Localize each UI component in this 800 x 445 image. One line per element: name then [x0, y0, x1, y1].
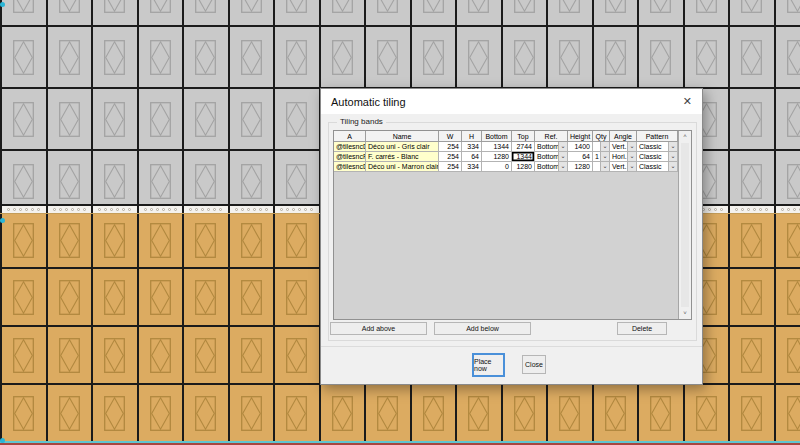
cell-qty[interactable]: ⌄: [593, 142, 610, 152]
cell-qty[interactable]: 1⌄: [593, 152, 610, 162]
column-header-qty[interactable]: Qty: [593, 131, 610, 142]
cell-a[interactable]: @tilesncDUMC: [334, 162, 366, 172]
cell-height[interactable]: 1400: [568, 142, 593, 152]
chevron-down-icon[interactable]: ⌄: [627, 152, 636, 161]
tiling-bands-grid[interactable]: ANameWHBottomTopRef.HeightQtyAnglePatter…: [333, 130, 692, 320]
cell-angle[interactable]: Vert.⌄: [610, 142, 637, 152]
column-header-name[interactable]: Name: [366, 131, 439, 142]
cell-ref[interactable]: Bottom⌄: [535, 152, 568, 162]
column-header-h[interactable]: H: [462, 131, 482, 142]
tile: [592, 0, 638, 25]
close-icon[interactable]: ✕: [683, 95, 692, 108]
tile-motif-icon: [13, 40, 34, 75]
column-header-a[interactable]: A: [334, 131, 366, 142]
cell-angle[interactable]: Hori.⌄: [610, 152, 637, 162]
scroll-up-icon[interactable]: ˄: [679, 131, 691, 142]
tile: [364, 27, 410, 87]
tile: [728, 269, 774, 325]
add-above-button[interactable]: Add above: [330, 322, 427, 335]
tile-motif-icon: [150, 164, 171, 199]
cell-w[interactable]: 254: [439, 162, 462, 172]
scrollbar-thumb[interactable]: [681, 143, 689, 307]
cell-a[interactable]: @tilesncDUGC: [334, 142, 366, 152]
cell-h[interactable]: 334: [462, 162, 482, 172]
cell-name[interactable]: Déco uni - Marron clair: [366, 162, 439, 172]
cell-bottom[interactable]: 1280: [482, 152, 512, 162]
cell-top[interactable]: 1344: [512, 152, 535, 162]
frieze-cell: [137, 206, 183, 213]
column-header-bottom[interactable]: Bottom: [482, 131, 512, 142]
add-below-button[interactable]: Add below: [434, 322, 531, 335]
chevron-down-icon[interactable]: ⌄: [558, 152, 567, 161]
pattern-value: Classic: [637, 152, 668, 161]
chevron-down-icon[interactable]: ⌄: [600, 162, 609, 171]
cell-h[interactable]: 64: [462, 152, 482, 162]
cell-top[interactable]: 2744: [512, 142, 535, 152]
cell-w[interactable]: 254: [439, 152, 462, 162]
cell-ref[interactable]: Bottom⌄: [535, 162, 568, 172]
frieze-dot-icon: [25, 208, 28, 211]
column-header-top[interactable]: Top: [512, 131, 535, 142]
scroll-down-icon[interactable]: ˅: [679, 308, 691, 319]
grid-scrollbar[interactable]: ˄ ˅: [678, 131, 691, 319]
column-header-w[interactable]: W: [439, 131, 462, 142]
tile-motif-icon: [741, 396, 762, 431]
selection-handle[interactable]: [0, 218, 5, 223]
column-header-pattern[interactable]: Pattern: [637, 131, 678, 142]
dialog-titlebar[interactable]: Automatic tiling ✕: [321, 89, 702, 114]
place-now-button[interactable]: Place now: [472, 353, 505, 377]
close-button[interactable]: Close: [522, 355, 546, 374]
tile: [137, 385, 183, 441]
column-header-height[interactable]: Height: [568, 131, 593, 142]
cell-h[interactable]: 334: [462, 142, 482, 152]
chevron-down-icon[interactable]: ⌄: [627, 162, 636, 171]
tile: [683, 0, 729, 25]
cell-ref[interactable]: Bottom⌄: [535, 142, 568, 152]
frieze-dot-icon: [19, 208, 22, 211]
tile-motif-icon: [605, 396, 626, 431]
cell-w[interactable]: 254: [439, 142, 462, 152]
cell-qty[interactable]: ⌄: [593, 162, 610, 172]
tile-motif-icon: [787, 102, 800, 137]
chevron-down-icon[interactable]: ⌄: [558, 162, 567, 171]
tile: [319, 0, 365, 25]
cell-angle[interactable]: Vert.⌄: [610, 162, 637, 172]
frieze-dot-icon: [241, 208, 244, 211]
frieze-dot-icon: [189, 208, 192, 211]
column-header-angle[interactable]: Angle: [610, 131, 637, 142]
tile-motif-icon: [741, 40, 762, 75]
tile-motif-icon: [59, 40, 80, 75]
chevron-down-icon[interactable]: ⌄: [668, 152, 677, 161]
cell-bottom[interactable]: 0: [482, 162, 512, 172]
cell-top[interactable]: 1280: [512, 162, 535, 172]
frieze-dot-icon: [793, 208, 796, 211]
tile-motif-icon: [195, 0, 216, 13]
chevron-down-icon[interactable]: ⌄: [627, 142, 636, 151]
cell-a[interactable]: @tilesncFPBL: [334, 152, 366, 162]
cell-name[interactable]: F. carrés - Blanc: [366, 152, 439, 162]
cell-pattern[interactable]: Classic⌄: [637, 142, 678, 152]
chevron-down-icon[interactable]: ⌄: [558, 142, 567, 151]
tile-motif-icon: [195, 102, 216, 137]
cell-height[interactable]: 64: [568, 152, 593, 162]
cell-pattern[interactable]: Classic⌄: [637, 162, 678, 172]
cell-name[interactable]: Déco uni - Gris clair: [366, 142, 439, 152]
cell-height[interactable]: 1280: [568, 162, 593, 172]
tile: [455, 385, 501, 441]
tile-motif-icon: [787, 338, 800, 373]
chevron-down-icon[interactable]: ⌄: [600, 152, 609, 161]
frieze-dot-icon: [31, 208, 34, 211]
chevron-down-icon[interactable]: ⌄: [600, 142, 609, 151]
delete-button[interactable]: Delete: [617, 322, 667, 335]
chevron-down-icon[interactable]: ⌄: [668, 162, 677, 171]
frieze-dot-icon: [247, 208, 250, 211]
column-header-ref[interactable]: Ref.: [535, 131, 568, 142]
selection-handle[interactable]: [0, 438, 5, 443]
tile: [137, 0, 183, 25]
selection-handle[interactable]: [0, 2, 5, 7]
cell-pattern[interactable]: Classic⌄: [637, 152, 678, 162]
cell-bottom[interactable]: 1344: [482, 142, 512, 152]
tile-motif-icon: [150, 396, 171, 431]
chevron-down-icon[interactable]: ⌄: [668, 142, 677, 151]
tile: [0, 327, 46, 383]
